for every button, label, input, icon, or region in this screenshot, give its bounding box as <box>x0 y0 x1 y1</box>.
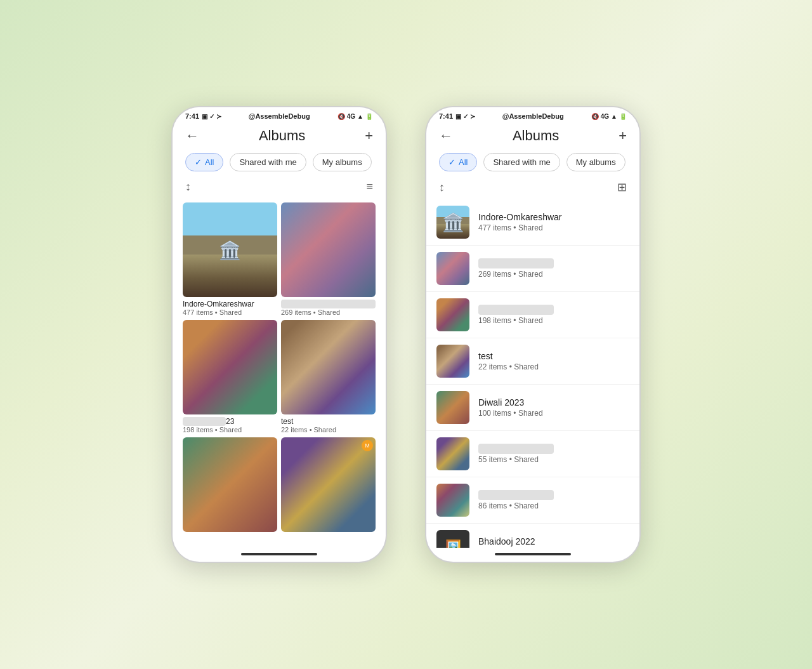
filter-all-list[interactable]: ✓ All <box>439 153 477 171</box>
list-meta-test: 22 items • Shared <box>478 362 539 371</box>
list-thumb-diwali <box>436 391 469 424</box>
album-meta-blurred2: 198 items • Shared <box>183 426 277 434</box>
list-item-blurred2[interactable]: ████████████ 198 items • Shared <box>426 292 639 338</box>
grid-item-diwali[interactable] <box>183 437 277 534</box>
phone-wrapper: 7:41 ▣ ✓ ≻ @AssembleDebug 🔇 4G ▲ 🔋 ← Alb… <box>171 106 641 563</box>
thumb-diwali <box>183 437 277 532</box>
filter-row-grid: ✓ All Shared with me My albums <box>173 149 386 178</box>
signal-icon-list: ▲ <box>611 113 617 120</box>
page-title-list: Albums <box>513 128 559 144</box>
list-name-blurred2: ████████████ <box>478 305 554 315</box>
filter-mine-list[interactable]: My albums <box>566 153 625 171</box>
list-thumb-blurred1 <box>436 252 469 285</box>
signal-icon: ▲ <box>357 113 363 120</box>
home-indicator-list <box>495 553 571 555</box>
list-meta-diwali: 100 items • Shared <box>478 409 543 418</box>
sort-icon-list[interactable]: ↕ <box>439 181 445 194</box>
list-thumb-bhaidooj: 🖼️ <box>436 530 469 548</box>
grid-item-party[interactable]: M <box>281 437 376 534</box>
time-display: 7:41 <box>185 112 199 120</box>
status-bar-list: 7:41 ▣ ✓ ≻ @AssembleDebug 🔇 4G ▲ 🔋 <box>426 107 639 123</box>
status-left: 7:41 ▣ ✓ ≻ <box>185 112 221 120</box>
list-meta-indore: 477 items • Shared <box>478 223 562 232</box>
status-bar-grid: 7:41 ▣ ✓ ≻ @AssembleDebug 🔇 4G ▲ 🔋 <box>173 107 386 123</box>
thumb-blurred1 <box>281 202 376 297</box>
list-name-blurred4: ████████████ <box>478 490 554 500</box>
list-name-indore: Indore-Omkareshwar <box>478 212 562 222</box>
thumb-indore <box>183 202 277 297</box>
list-thumb-blurred4 <box>436 484 469 517</box>
thumb-blurred2 <box>183 320 277 414</box>
scroll-area-list[interactable]: Indore-Omkareshwar 477 items • Shared ██… <box>426 199 639 548</box>
grid-item-blurred1[interactable]: ████████ 269 items • Shared <box>281 202 376 316</box>
back-button-list[interactable]: ← <box>439 129 453 143</box>
list-name-blurred3: ████████████ <box>478 444 554 454</box>
list-thumb-test <box>436 345 469 378</box>
album-name-blurred1: ████████ <box>281 300 376 308</box>
list-item-blurred4[interactable]: ████████████ 86 items • Shared <box>426 477 639 524</box>
signal-label: 4G <box>347 113 355 120</box>
scroll-area-grid[interactable]: Indore-Omkareshwar 477 items • Shared ██… <box>173 199 386 548</box>
filter-all-grid[interactable]: ✓ All <box>185 153 223 171</box>
toolbar-list: ↕ ⊞ <box>426 178 639 199</box>
list-item-diwali[interactable]: Diwali 2023 100 items • Shared <box>426 385 639 431</box>
list-thumb-indore <box>436 206 469 239</box>
view-toggle-grid[interactable]: ≡ <box>366 180 373 194</box>
home-indicator-grid <box>241 553 317 555</box>
list-name-bhaidooj: Bhaidooj 2022 <box>478 536 535 546</box>
filter-mine-grid[interactable]: My albums <box>313 153 372 171</box>
time-display-list: 7:41 <box>439 112 453 120</box>
list-meta-blurred3: 55 items • Shared <box>478 455 554 464</box>
album-name-test: test <box>281 417 376 426</box>
list-item-bhaidooj[interactable]: 🖼️ Bhaidooj 2022 9 items • Shared <box>426 524 639 548</box>
app-header-grid: ← Albums + <box>173 123 386 149</box>
album-meta-blurred1: 269 items • Shared <box>281 308 376 316</box>
album-meta-test: 22 items • Shared <box>281 426 376 434</box>
list-thumb-blurred3 <box>436 437 469 470</box>
list-name-diwali: Diwali 2023 <box>478 397 543 407</box>
phone-list: 7:41 ▣ ✓ ≻ @AssembleDebug 🔇 4G ▲ 🔋 ← Alb… <box>425 106 641 563</box>
list-meta-blurred1: 269 items • Shared <box>478 270 554 279</box>
add-button-grid[interactable]: + <box>365 129 373 143</box>
toolbar-grid: ↕ ≡ <box>173 178 386 199</box>
list-item-blurred1[interactable]: ████████████ 269 items • Shared <box>426 246 639 292</box>
mute-icon-list: 🔇 <box>591 113 599 120</box>
filter-shared-list[interactable]: Shared with me <box>483 153 560 171</box>
battery-icon-list: 🔋 <box>619 113 627 120</box>
grid-item-test[interactable]: test 22 items • Shared <box>281 320 376 434</box>
page-title-grid: Albums <box>259 128 305 144</box>
album-name-indore: Indore-Omkareshwar <box>183 300 277 308</box>
filter-row-list: ✓ All Shared with me My albums <box>426 149 639 178</box>
app-header-list: ← Albums + <box>426 123 639 149</box>
account-name: @AssembleDebug <box>249 112 310 120</box>
check-icon-list: ✓ <box>449 157 455 167</box>
sort-icon-grid[interactable]: ↕ <box>185 180 191 194</box>
grid-item-indore[interactable]: Indore-Omkareshwar 477 items • Shared <box>183 202 277 316</box>
albums-grid: Indore-Omkareshwar 477 items • Shared ██… <box>173 199 386 538</box>
list-thumb-blurred2 <box>436 298 469 331</box>
account-name-list: @AssembleDebug <box>502 112 564 120</box>
list-meta-blurred4: 86 items • Shared <box>478 501 554 510</box>
status-left-list: 7:41 ▣ ✓ ≻ <box>439 112 475 120</box>
albums-list: Indore-Omkareshwar 477 items • Shared ██… <box>426 199 639 548</box>
filter-shared-grid[interactable]: Shared with me <box>230 153 306 171</box>
phone-grid: 7:41 ▣ ✓ ≻ @AssembleDebug 🔇 4G ▲ 🔋 ← Alb… <box>171 106 387 563</box>
thumb-test <box>281 320 376 414</box>
back-button-grid[interactable]: ← <box>185 129 199 143</box>
list-item-indore[interactable]: Indore-Omkareshwar 477 items • Shared <box>426 199 639 246</box>
add-button-list[interactable]: + <box>619 129 627 143</box>
grid-item-blurred2[interactable]: ████████23 198 items • Shared <box>183 320 277 434</box>
thumb-party: M <box>281 437 376 532</box>
check-icon: ✓ <box>195 157 202 167</box>
list-meta-blurred2: 198 items • Shared <box>478 316 554 325</box>
view-toggle-list[interactable]: ⊞ <box>617 180 627 194</box>
battery-icon: 🔋 <box>365 113 373 120</box>
list-item-test[interactable]: test 22 items • Shared <box>426 338 639 385</box>
mute-icon: 🔇 <box>337 113 345 120</box>
list-name-test: test <box>478 351 539 361</box>
status-icons-list: 🔇 4G ▲ 🔋 <box>591 113 627 120</box>
signal-label-list: 4G <box>601 113 609 120</box>
status-icons: 🔇 4G ▲ 🔋 <box>337 113 373 120</box>
album-meta-indore: 477 items • Shared <box>183 308 277 316</box>
list-item-blurred3[interactable]: ████████████ 55 items • Shared <box>426 431 639 477</box>
